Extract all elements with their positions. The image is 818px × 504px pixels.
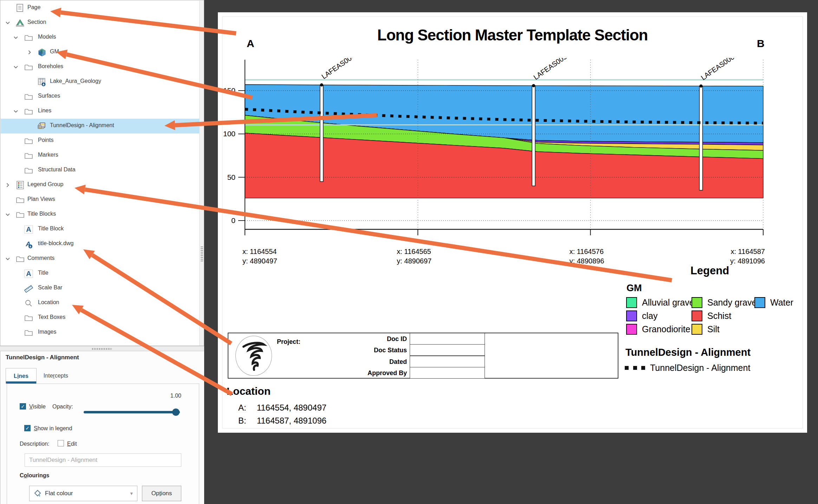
legend-swatch — [692, 310, 702, 321]
tree-item-structural-data[interactable]: Structural Data — [1, 163, 200, 178]
tree-item-comments[interactable]: Comments — [1, 251, 200, 266]
folder-icon — [24, 166, 33, 175]
tree-item-models[interactable]: Models — [1, 30, 200, 45]
collapse-chevron-icon[interactable] — [12, 108, 19, 115]
folder-icon — [24, 136, 33, 145]
tree-item-surfaces[interactable]: Surfaces — [1, 89, 200, 104]
tree-item-text-boxes[interactable]: Text Boxes — [1, 310, 200, 325]
legend-entry-alluvial-gravel: Alluvial gravel — [626, 297, 696, 308]
location-row-a: A:1164554, 4890497 — [238, 403, 326, 413]
tree-item-points[interactable]: Points — [1, 133, 200, 148]
y-axis-tick-label: 150 — [223, 86, 235, 94]
tree-item-label: TunnelDesign - Alignment — [50, 122, 114, 129]
legend-gm-heading: GM — [627, 283, 642, 294]
description-input[interactable] — [25, 453, 181, 467]
tree-item-page[interactable]: Page — [1, 1, 200, 15]
tree-item-label: Lines — [38, 107, 51, 114]
tree-item-images[interactable]: Images — [1, 325, 200, 340]
colourings-label: Colourings — [20, 472, 49, 479]
folder-icon — [24, 33, 33, 42]
legend-entry-granodiorite: Granodiorite — [626, 323, 690, 335]
tree-item-lines[interactable]: Lines — [1, 104, 200, 119]
tree-item-title[interactable]: ATitle — [1, 266, 200, 281]
title-block-value-cell[interactable] — [410, 333, 485, 345]
dotted-line-symbol — [625, 366, 645, 370]
title-block-label-doc-id: Doc ID — [228, 333, 407, 345]
show-in-legend-checkbox[interactable]: ✓ — [24, 425, 31, 431]
legend-title: Legend — [669, 264, 750, 277]
legend-swatch — [692, 324, 702, 335]
tree-item-markers[interactable]: Markers — [1, 148, 200, 163]
tree-item-plan-views[interactable]: Plan Views — [1, 192, 200, 207]
tree-item-location[interactable]: Location — [1, 296, 200, 310]
text-a-icon: A — [24, 269, 33, 278]
properties-panel: TunnelDesign - Alignment Lines Intercept… — [0, 351, 204, 504]
visible-label: Visible — [29, 404, 46, 410]
legend-swatch — [692, 297, 702, 308]
opacity-value: 1.00 — [151, 393, 181, 399]
tree-item-label: Boreholes — [38, 63, 63, 70]
section-coordinate-0: x: 1164554y: 4890497 — [242, 247, 277, 266]
tree-item-title-block-dwg[interactable]: Atitle-block.dwg — [1, 237, 200, 251]
colouring-value: Flat colour — [45, 490, 73, 497]
tree-item-title-blocks[interactable]: Title Blocks — [1, 207, 200, 222]
title-block-label-approved-by: Approved By — [228, 367, 407, 379]
opacity-slider[interactable] — [84, 411, 180, 413]
folder-icon — [15, 210, 25, 219]
tree-item-label: GM — [50, 48, 59, 55]
tree-item-tunneldesign-alignment[interactable]: TunnelDesign - Alignment — [1, 119, 200, 133]
title-block: Project: Doc IDDoc StatusDatedApproved B… — [228, 333, 618, 379]
y-axis-tick-label: 0 — [231, 216, 235, 224]
location-heading: Location — [227, 385, 271, 397]
visible-checkbox[interactable]: ✓ — [20, 403, 26, 410]
tree-item-label: Lake_Aura_Geology — [50, 78, 101, 84]
panel-splitter[interactable] — [0, 346, 204, 351]
collapse-chevron-icon[interactable] — [4, 19, 11, 26]
expand-chevron-icon[interactable] — [4, 182, 11, 189]
tree-item-label: title-block.dwg — [38, 240, 73, 247]
tree-item-section[interactable]: Section — [1, 15, 200, 30]
tree-item-label: Comments — [27, 255, 54, 261]
y-axis-tick-label: 50 — [227, 173, 235, 181]
expand-chevron-icon[interactable] — [26, 49, 33, 56]
tree-item-label: Legend Group — [27, 181, 63, 188]
collapse-chevron-icon[interactable] — [4, 211, 11, 218]
collapse-chevron-icon[interactable] — [12, 34, 19, 41]
options-button[interactable]: Options — [142, 486, 181, 501]
tree-item-boreholes[interactable]: Boreholes — [1, 60, 200, 74]
properties-title: TunnelDesign - Alignment — [6, 354, 79, 361]
tab-lines[interactable]: Lines — [6, 368, 37, 384]
section-endpoint-b-label: B — [757, 38, 765, 50]
title-block-value-cell[interactable] — [410, 367, 485, 379]
page-preview: Long Section Master Template Section A B… — [218, 12, 807, 433]
tree-item-label: Page — [27, 4, 40, 11]
tree-item-lake-aura-geology[interactable]: Lake_Aura_Geology — [1, 74, 200, 89]
tree-scrollbar[interactable] — [199, 1, 204, 346]
collapse-chevron-icon[interactable] — [12, 64, 19, 71]
tree-item-gm[interactable]: GM — [1, 45, 200, 60]
app-window: PageSectionModelsGMBoreholesLake_Aura_Ge… — [0, 0, 818, 504]
borehole-label: LAFEAS005 — [532, 58, 568, 81]
colouring-dropdown[interactable]: Flat colour ▾ — [29, 486, 137, 501]
tree-item-legend-group[interactable]: Legend Group — [1, 178, 200, 192]
tab-intercepts[interactable]: Intercepts — [37, 368, 75, 384]
page-title: Long Section Master Template Section — [218, 26, 807, 44]
scrollbar-thumb[interactable] — [201, 247, 203, 261]
title-block-value-cell[interactable] — [410, 356, 485, 367]
opacity-slider-knob[interactable] — [172, 408, 180, 416]
title-block-value-cell[interactable] — [410, 344, 485, 356]
splitter-grip-icon — [92, 348, 112, 350]
text-a-icon: A — [24, 225, 33, 234]
tree-item-label: Points — [38, 137, 53, 143]
tree-item-scale-bar[interactable]: Scale Bar — [1, 281, 200, 296]
edit-label: Edit — [67, 441, 77, 447]
tree-item-label: Surfaces — [38, 93, 60, 99]
flat-colour-icon — [34, 490, 41, 497]
tree-item-label: Location — [38, 299, 59, 306]
edit-description-checkbox[interactable] — [58, 440, 64, 446]
tree-item-title-block[interactable]: ATitle Block — [1, 222, 200, 237]
tree-item-label: Title Block — [38, 225, 64, 232]
borehole-label: LAFEAS006 — [700, 58, 736, 81]
legend-entry-sandy-gravel: Sandy gravel — [692, 297, 759, 308]
collapse-chevron-icon[interactable] — [4, 255, 11, 262]
